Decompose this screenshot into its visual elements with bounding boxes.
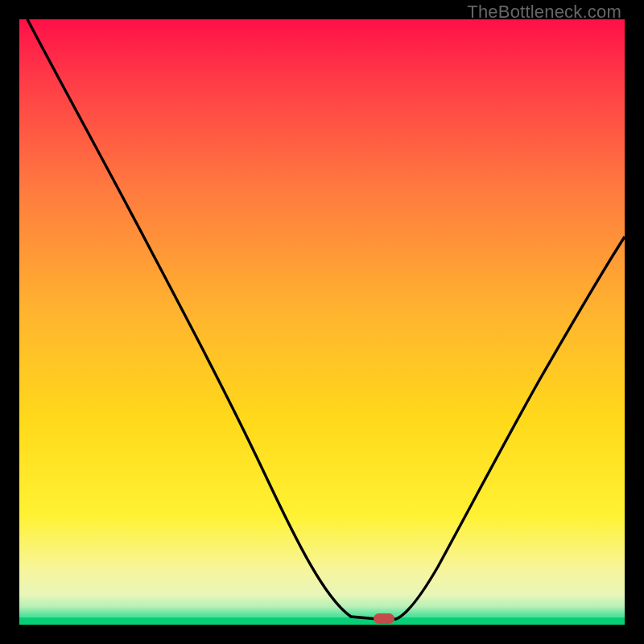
min-marker <box>374 613 394 624</box>
chart-container: TheBottleneck.com <box>0 0 644 644</box>
curve-path <box>27 19 625 619</box>
watermark-text: TheBottleneck.com <box>467 2 621 23</box>
plot-area <box>19 19 625 625</box>
bottleneck-curve <box>19 19 625 625</box>
